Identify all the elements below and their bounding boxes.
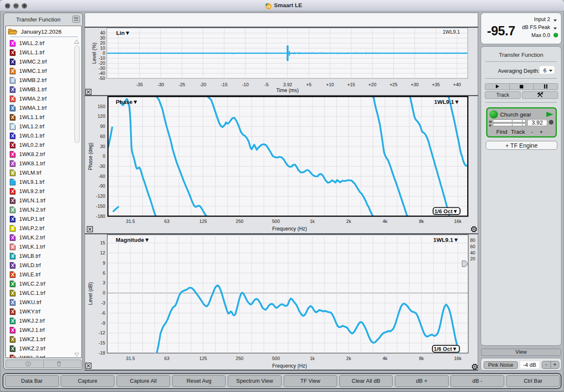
svg-text:1k: 1k [310,356,315,361]
svg-text:X: X [11,291,14,296]
svg-text:-150: -150 [96,204,105,209]
svg-text:1WL9.1: 1WL9.1 [443,29,460,35]
svg-text:-6: -6 [101,310,105,315]
svg-text:X: X [11,263,14,268]
svg-text:-35: -35 [136,82,143,87]
svg-text:X: X [11,78,14,83]
svg-text:-15: -15 [221,82,228,87]
svg-text:500: 500 [272,356,279,361]
svg-text:-5: -5 [264,82,269,87]
svg-text:60: 60 [100,134,105,139]
svg-text:X: X [11,272,14,277]
svg-text:120: 120 [98,114,105,119]
svg-text:1/6 Oct▼: 1/6 Oct▼ [434,208,458,215]
svg-text:X: X [11,96,14,101]
svg-text:80: 80 [470,238,475,243]
svg-text:-30: -30 [157,82,164,87]
svg-text:1WL9.1▼: 1WL9.1▼ [433,237,459,243]
svg-text:X: X [11,50,14,55]
svg-text:250: 250 [236,219,243,224]
svg-text:-90: -90 [98,183,105,188]
svg-text:0: 0 [103,50,105,56]
svg-text:-20: -20 [200,82,206,87]
svg-text:X: X [11,346,14,351]
svg-text:Frequency (Hz): Frequency (Hz) [272,226,307,232]
svg-text:+20: +20 [368,82,376,87]
svg-text:X: X [11,143,14,148]
svg-text:-10: -10 [98,56,105,61]
svg-text:1WL9.1▼: 1WL9.1▼ [434,99,460,105]
svg-text:-50: -50 [98,76,105,81]
svg-text:31.5: 31.5 [126,219,135,224]
svg-text:X: X [11,318,14,323]
svg-text:30: 30 [100,35,105,40]
svg-text:30: 30 [100,144,105,149]
svg-text:X: X [11,355,14,358]
svg-text:X: X [11,244,14,249]
svg-text:16k: 16k [454,356,462,361]
svg-text:X: X [11,106,14,111]
svg-text:LE: LE [266,5,271,8]
svg-text:-25: -25 [178,82,185,87]
svg-text:125: 125 [200,219,207,224]
svg-text:Phase (deg): Phase (deg) [88,143,93,170]
svg-text:20: 20 [470,256,475,261]
svg-text:150: 150 [98,104,105,109]
svg-text:-12: -12 [98,330,105,335]
svg-text:X: X [11,124,14,129]
svg-text:60: 60 [470,244,475,249]
svg-text:X: X [11,87,14,92]
svg-text:X: X [11,337,14,342]
svg-text:-30: -30 [98,66,105,71]
svg-text:2k: 2k [346,356,351,361]
svg-text:4k: 4k [383,356,388,361]
svg-text:X: X [11,133,14,138]
svg-text:X: X [11,170,14,175]
svg-text:Lin▼: Lin▼ [116,30,130,36]
svg-text:X: X [11,41,14,46]
svg-text:40: 40 [470,250,475,255]
svg-text:0: 0 [103,290,105,295]
svg-text:63: 63 [164,356,169,361]
svg-text:-15: -15 [98,340,105,345]
svg-text:10: 10 [100,45,105,50]
svg-text:Level (%): Level (%) [91,42,97,64]
svg-text:1/6 Oct▼: 1/6 Oct▼ [434,346,457,352]
svg-text:40: 40 [100,30,105,35]
svg-text:X: X [11,281,14,286]
svg-text:63: 63 [164,219,169,224]
svg-text:+35: +35 [432,82,440,87]
svg-text:-60: -60 [98,174,105,179]
svg-text:X: X [11,235,14,240]
svg-text:+10: +10 [326,82,334,87]
svg-text:250: 250 [236,356,243,361]
svg-text:Time (ms): Time (ms) [276,87,299,93]
svg-text:X: X [11,59,14,64]
svg-text:500: 500 [272,219,279,224]
svg-text:15: 15 [100,240,105,245]
svg-text:3: 3 [103,280,105,285]
svg-text:X: X [11,207,14,212]
svg-text:+15: +15 [347,82,355,87]
svg-text:16k: 16k [454,219,462,224]
svg-text:X: X [11,309,14,314]
svg-text:X: X [11,254,14,259]
svg-text:X: X [11,198,14,203]
svg-text:-180: -180 [96,214,105,219]
svg-text:+5: +5 [306,82,312,87]
svg-text:X: X [11,217,14,222]
svg-text:-10: -10 [242,82,249,87]
svg-text:0: 0 [103,154,105,159]
svg-text:X: X [11,300,14,305]
svg-text:8k: 8k [419,219,424,224]
svg-text:4k: 4k [383,219,388,224]
svg-text:-20: -20 [98,61,105,66]
svg-text:Frequency (Hz): Frequency (Hz) [272,363,307,369]
svg-text:-40: -40 [98,71,105,76]
svg-text:X: X [11,226,14,231]
svg-text:9: 9 [103,260,105,265]
svg-text:Magnitude▼: Magnitude▼ [116,237,150,243]
svg-text:20: 20 [100,40,105,45]
svg-text:X: X [11,152,14,157]
svg-text:-30: -30 [98,164,105,169]
